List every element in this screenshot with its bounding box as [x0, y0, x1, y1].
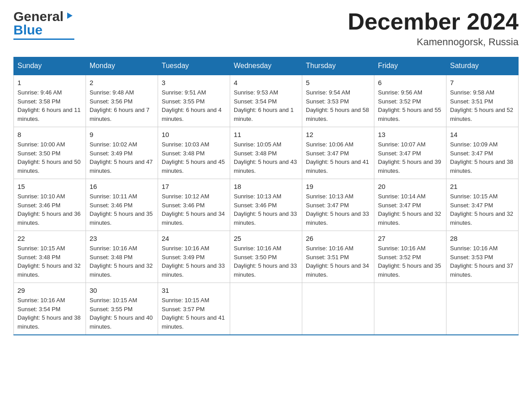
col-header-monday: Monday [86, 57, 158, 75]
day-number: 3 [162, 79, 226, 86]
day-number: 26 [306, 235, 370, 242]
day-number: 11 [234, 131, 298, 138]
calendar-cell: 17Sunrise: 10:12 AMSunset: 3:46 PMDaylig… [158, 179, 230, 231]
calendar-cell: 1Sunrise: 9:46 AMSunset: 3:58 PMDaylight… [14, 75, 86, 127]
calendar-cell: 10Sunrise: 10:03 AMSunset: 3:48 PMDaylig… [158, 127, 230, 179]
calendar-cell: 19Sunrise: 10:13 AMSunset: 3:47 PMDaylig… [302, 179, 374, 231]
logo: General Blue [13, 9, 74, 40]
calendar-cell: 28Sunrise: 10:16 AMSunset: 3:53 PMDaylig… [446, 231, 519, 283]
calendar-week-3: 15Sunrise: 10:10 AMSunset: 3:46 PMDaylig… [14, 179, 519, 231]
day-number: 20 [378, 183, 442, 190]
day-number: 19 [306, 183, 370, 190]
calendar-cell: 20Sunrise: 10:14 AMSunset: 3:47 PMDaylig… [374, 179, 446, 231]
day-number: 24 [162, 235, 226, 242]
day-info: Sunrise: 9:48 AMSunset: 3:56 PMDaylight:… [90, 88, 154, 123]
day-info: Sunrise: 10:16 AMSunset: 3:53 PMDaylight… [450, 244, 515, 279]
day-number: 29 [17, 287, 82, 294]
logo-underline [13, 39, 74, 40]
day-number: 16 [90, 183, 154, 190]
day-number: 27 [378, 235, 442, 242]
day-number: 30 [90, 287, 154, 294]
day-info: Sunrise: 10:16 AMSunset: 3:52 PMDaylight… [378, 244, 442, 279]
calendar-cell: 3Sunrise: 9:51 AMSunset: 3:55 PMDaylight… [158, 75, 230, 127]
calendar-cell: 5Sunrise: 9:54 AMSunset: 3:53 PMDaylight… [302, 75, 374, 127]
col-header-saturday: Saturday [446, 57, 519, 75]
calendar-cell [230, 283, 302, 335]
calendar-cell [446, 283, 519, 335]
day-info: Sunrise: 10:13 AMSunset: 3:46 PMDaylight… [234, 192, 298, 227]
day-number: 15 [17, 183, 82, 190]
day-number: 1 [17, 79, 82, 86]
day-number: 23 [90, 235, 154, 242]
col-header-tuesday: Tuesday [158, 57, 230, 75]
calendar-cell: 6Sunrise: 9:56 AMSunset: 3:52 PMDaylight… [374, 75, 446, 127]
day-info: Sunrise: 10:05 AMSunset: 3:48 PMDaylight… [234, 140, 298, 175]
day-info: Sunrise: 10:10 AMSunset: 3:46 PMDaylight… [17, 192, 82, 227]
day-info: Sunrise: 10:06 AMSunset: 3:47 PMDaylight… [306, 140, 370, 175]
calendar-cell: 23Sunrise: 10:16 AMSunset: 3:48 PMDaylig… [86, 231, 158, 283]
title-area: December 2024 Kamennogorsk, Russia [348, 9, 519, 48]
day-number: 21 [450, 183, 515, 190]
calendar-table: SundayMondayTuesdayWednesdayThursdayFrid… [13, 57, 519, 335]
calendar-cell: 16Sunrise: 10:11 AMSunset: 3:46 PMDaylig… [86, 179, 158, 231]
calendar-cell: 30Sunrise: 10:15 AMSunset: 3:55 PMDaylig… [86, 283, 158, 335]
calendar-week-5: 29Sunrise: 10:16 AMSunset: 3:54 PMDaylig… [14, 283, 519, 335]
calendar-cell: 12Sunrise: 10:06 AMSunset: 3:47 PMDaylig… [302, 127, 374, 179]
calendar-cell [302, 283, 374, 335]
day-info: Sunrise: 9:46 AMSunset: 3:58 PMDaylight:… [17, 88, 82, 123]
day-info: Sunrise: 10:02 AMSunset: 3:49 PMDaylight… [90, 140, 154, 175]
day-number: 18 [234, 183, 298, 190]
day-number: 22 [17, 235, 82, 242]
day-info: Sunrise: 10:16 AMSunset: 3:50 PMDaylight… [234, 244, 298, 279]
calendar-cell: 4Sunrise: 9:53 AMSunset: 3:54 PMDaylight… [230, 75, 302, 127]
calendar-cell: 22Sunrise: 10:15 AMSunset: 3:48 PMDaylig… [14, 231, 86, 283]
calendar-cell: 29Sunrise: 10:16 AMSunset: 3:54 PMDaylig… [14, 283, 86, 335]
calendar-cell: 13Sunrise: 10:07 AMSunset: 3:47 PMDaylig… [374, 127, 446, 179]
calendar-cell: 26Sunrise: 10:16 AMSunset: 3:51 PMDaylig… [302, 231, 374, 283]
svg-marker-0 [67, 13, 73, 19]
day-info: Sunrise: 10:11 AMSunset: 3:46 PMDaylight… [90, 192, 154, 227]
day-number: 28 [450, 235, 515, 242]
day-info: Sunrise: 10:14 AMSunset: 3:47 PMDaylight… [378, 192, 442, 227]
logo-arrow-icon [64, 11, 74, 22]
day-number: 14 [450, 131, 515, 138]
calendar-cell: 2Sunrise: 9:48 AMSunset: 3:56 PMDaylight… [86, 75, 158, 127]
day-info: Sunrise: 10:13 AMSunset: 3:47 PMDaylight… [306, 192, 370, 227]
day-info: Sunrise: 9:54 AMSunset: 3:53 PMDaylight:… [306, 88, 370, 123]
logo-blue-text: Blue [13, 22, 43, 38]
day-info: Sunrise: 10:16 AMSunset: 3:54 PMDaylight… [17, 296, 82, 331]
day-number: 31 [162, 287, 226, 294]
calendar-header-row: SundayMondayTuesdayWednesdayThursdayFrid… [14, 57, 519, 75]
day-info: Sunrise: 10:16 AMSunset: 3:48 PMDaylight… [90, 244, 154, 279]
calendar-cell: 24Sunrise: 10:16 AMSunset: 3:49 PMDaylig… [158, 231, 230, 283]
day-info: Sunrise: 10:07 AMSunset: 3:47 PMDaylight… [378, 140, 442, 175]
day-info: Sunrise: 9:56 AMSunset: 3:52 PMDaylight:… [378, 88, 442, 123]
col-header-wednesday: Wednesday [230, 57, 302, 75]
calendar-cell: 7Sunrise: 9:58 AMSunset: 3:51 PMDaylight… [446, 75, 519, 127]
day-number: 7 [450, 79, 515, 86]
day-info: Sunrise: 10:12 AMSunset: 3:46 PMDaylight… [162, 192, 226, 227]
page-header: General Blue December 2024 Kamennogorsk,… [13, 9, 519, 48]
calendar-week-4: 22Sunrise: 10:15 AMSunset: 3:48 PMDaylig… [14, 231, 519, 283]
calendar-cell: 21Sunrise: 10:15 AMSunset: 3:47 PMDaylig… [446, 179, 519, 231]
logo-general-text: General [13, 9, 64, 24]
calendar-week-2: 8Sunrise: 10:00 AMSunset: 3:50 PMDayligh… [14, 127, 519, 179]
day-number: 9 [90, 131, 154, 138]
calendar-cell: 8Sunrise: 10:00 AMSunset: 3:50 PMDayligh… [14, 127, 86, 179]
calendar-cell: 11Sunrise: 10:05 AMSunset: 3:48 PMDaylig… [230, 127, 302, 179]
location: Kamennogorsk, Russia [348, 36, 519, 48]
day-info: Sunrise: 10:15 AMSunset: 3:48 PMDaylight… [17, 244, 82, 279]
day-info: Sunrise: 10:09 AMSunset: 3:47 PMDaylight… [450, 140, 515, 175]
calendar-cell: 25Sunrise: 10:16 AMSunset: 3:50 PMDaylig… [230, 231, 302, 283]
day-info: Sunrise: 10:16 AMSunset: 3:49 PMDaylight… [162, 244, 226, 279]
calendar-cell: 14Sunrise: 10:09 AMSunset: 3:47 PMDaylig… [446, 127, 519, 179]
day-number: 5 [306, 79, 370, 86]
day-info: Sunrise: 9:58 AMSunset: 3:51 PMDaylight:… [450, 88, 515, 123]
month-title: December 2024 [348, 9, 519, 34]
calendar-cell: 18Sunrise: 10:13 AMSunset: 3:46 PMDaylig… [230, 179, 302, 231]
col-header-thursday: Thursday [302, 57, 374, 75]
day-number: 2 [90, 79, 154, 86]
day-number: 25 [234, 235, 298, 242]
calendar-week-1: 1Sunrise: 9:46 AMSunset: 3:58 PMDaylight… [14, 75, 519, 127]
day-info: Sunrise: 9:51 AMSunset: 3:55 PMDaylight:… [162, 88, 226, 123]
